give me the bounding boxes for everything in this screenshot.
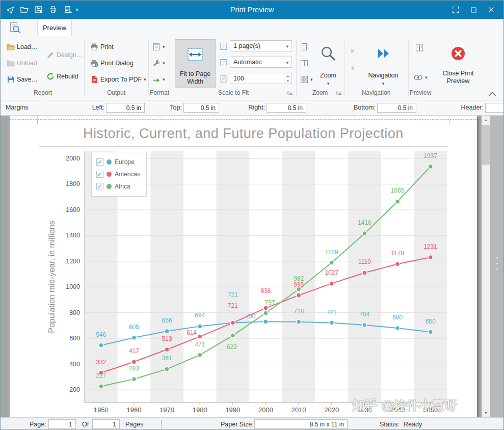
- multiple-pages-button[interactable]: [298, 41, 310, 52]
- save-button[interactable]: Save…: [5, 74, 40, 85]
- page-number-field[interactable]: 1: [48, 419, 76, 429]
- ribbon-group-preview: ▾ Preview: [409, 38, 432, 98]
- watermark-caret-icon[interactable]: ▾: [425, 75, 428, 80]
- paper-size-field[interactable]: 8.5 in x 11 in: [254, 419, 348, 429]
- data-label-africa: 283: [129, 365, 139, 372]
- maximize-icon: [470, 7, 477, 13]
- legend-item-americas[interactable]: ✓Americas: [96, 168, 140, 180]
- scrollbar-thumb[interactable]: [482, 125, 490, 165]
- y-tick-label: 800: [69, 309, 80, 316]
- navigation-button[interactable]: Navigation ▾: [361, 39, 405, 88]
- margin-left-label: Left:: [81, 104, 104, 111]
- data-point-americas: [329, 281, 334, 286]
- margin-header-field[interactable]: [485, 103, 504, 113]
- data-label-americas: 417: [129, 347, 139, 355]
- y-axis-title: Population mid-year, in millions: [47, 221, 56, 333]
- x-tick-label: 1990: [225, 406, 240, 414]
- next-page-button[interactable]: [347, 45, 358, 57]
- data-label-europe: 546: [96, 331, 106, 338]
- close-print-preview-label: Close Print Preview: [436, 70, 480, 85]
- watermark-button[interactable]: ▾: [411, 72, 430, 83]
- legend-checkbox-icon[interactable]: ✓: [96, 171, 103, 178]
- printer-dialog-icon: [90, 59, 98, 67]
- margin-right-label: Right:: [244, 104, 265, 111]
- pages-label: Pages: [125, 421, 143, 428]
- fullscreen-button[interactable]: [449, 5, 462, 15]
- data-label-africa: 227: [96, 372, 106, 379]
- scale-to-fit-dialog-launcher[interactable]: [287, 90, 293, 96]
- green-arrow-icon: [152, 75, 161, 84]
- legend-checkbox-icon[interactable]: ✓: [96, 158, 103, 166]
- load-button[interactable]: Load…: [5, 41, 39, 52]
- previous-page-button[interactable]: [347, 63, 358, 74]
- data-label-europe: 730: [245, 313, 255, 320]
- close-print-preview-button[interactable]: Close Print Preview: [436, 39, 480, 88]
- spin-down-icon[interactable]: ▼: [284, 78, 291, 84]
- data-label-europe: 680: [392, 314, 403, 321]
- single-page-view-icon: [300, 43, 308, 51]
- editing-fields-caret-icon[interactable]: ▾: [163, 77, 165, 82]
- pencil-icon: [46, 51, 55, 59]
- editing-fields-button[interactable]: ▾: [150, 74, 167, 85]
- ribbon-group-navigation: Navigation ▾ Navigation: [345, 38, 407, 98]
- margin-top-label: Top:: [163, 104, 182, 111]
- data-point-americas: [165, 347, 169, 352]
- scale-mode-caret-icon[interactable]: ▾: [283, 57, 291, 67]
- page-layout-button[interactable]: [413, 42, 426, 53]
- spin-up-icon[interactable]: ▲: [284, 73, 291, 78]
- scale-percent-spinner[interactable]: 100 ▲ ▼: [230, 73, 292, 84]
- many-pages-caret-icon[interactable]: ▾: [310, 77, 313, 82]
- many-pages-button[interactable]: ▾: [298, 74, 315, 85]
- data-point-africa: [198, 353, 202, 357]
- margin-bottom-field[interactable]: 0.5 in: [377, 103, 416, 113]
- maximize-button[interactable]: [467, 5, 480, 15]
- zoom-dialog-launcher[interactable]: [336, 90, 342, 96]
- panel-splitter[interactable]: [496, 257, 498, 270]
- legend-label: Africa: [115, 183, 130, 190]
- page-count-caret-icon[interactable]: ▾: [283, 41, 291, 51]
- design-button[interactable]: Design…: [44, 49, 85, 61]
- fit-to-page-width-button[interactable]: Fit to Page Width: [175, 39, 216, 88]
- close-window-button[interactable]: [485, 5, 498, 15]
- margin-left-field[interactable]: 0.5 in: [106, 103, 145, 113]
- data-point-africa: [230, 333, 235, 338]
- scale-mode-combo[interactable]: Automatic ▾: [230, 57, 292, 68]
- zoom-button[interactable]: Zoom ▾: [314, 39, 342, 88]
- x-tick-label: 2020: [324, 406, 339, 414]
- customize-caret-icon[interactable]: ▾: [163, 61, 165, 66]
- customize-button[interactable]: ▾: [150, 58, 167, 69]
- export-to-pdf-button[interactable]: Export To PDF ▾: [88, 74, 148, 85]
- legend-item-europe[interactable]: ✓Europe: [96, 156, 140, 168]
- scroll-down-button[interactable]: ▼: [482, 409, 490, 417]
- legend-checkbox-icon[interactable]: ✓: [96, 183, 103, 190]
- data-point-americas: [362, 271, 367, 275]
- data-label-africa: 1416: [358, 219, 372, 226]
- navigation-caret-icon: ▾: [361, 81, 405, 86]
- page-total-field[interactable]: 1: [92, 419, 120, 429]
- next-page-icon: [349, 47, 356, 55]
- data-label-americas: 614: [187, 329, 197, 336]
- scale-percent-value: 100: [233, 75, 244, 82]
- print-dialog-button[interactable]: Print Dialog: [88, 58, 136, 69]
- legend-item-africa[interactable]: ✓Africa: [96, 180, 140, 193]
- statusbar-separator: [356, 420, 356, 429]
- unload-button[interactable]: Unload: [5, 58, 39, 69]
- page-count-combo[interactable]: 1 page(s) ▾: [230, 40, 292, 51]
- print-button[interactable]: Print: [88, 41, 116, 52]
- y-tick-label: 2000: [66, 155, 80, 162]
- export-dropdown-caret-icon[interactable]: ▾: [144, 77, 146, 82]
- page-setup-caret-icon[interactable]: ▾: [163, 44, 165, 49]
- collapse-ribbon-button[interactable]: [488, 90, 497, 97]
- design-button-label: Design…: [57, 51, 83, 59]
- margin-right-field[interactable]: 0.5 in: [267, 103, 306, 113]
- tab-preview[interactable]: Preview: [37, 19, 72, 36]
- rebuild-button[interactable]: Rebuild: [44, 71, 80, 82]
- vertical-scrollbar[interactable]: ▲ ▼: [482, 116, 490, 417]
- data-point-africa: [297, 287, 301, 291]
- two-pages-button[interactable]: [298, 58, 310, 69]
- scroll-up-button[interactable]: ▲: [482, 116, 490, 124]
- margin-top-field[interactable]: 0.5 in: [183, 103, 219, 113]
- titlebar: ▾ Print Preview: [1, 1, 503, 19]
- page-setup-button[interactable]: ▾: [150, 41, 167, 52]
- print-button-label: Print: [100, 43, 114, 50]
